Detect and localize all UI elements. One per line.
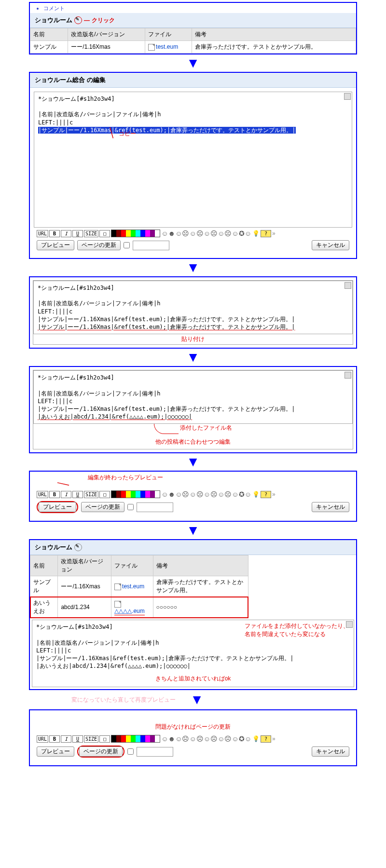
showroom-title: ショウルーム	[35, 543, 72, 552]
file-link[interactable]: test.eum	[122, 583, 144, 590]
repreview-annotation: 変になっていたら直して再度プレビュー	[71, 696, 176, 704]
edit-others-annotation: 他の投稿者に合わせつつ編集	[33, 434, 353, 449]
edit-icon[interactable]	[74, 16, 82, 24]
url-button[interactable]: URL	[37, 735, 48, 743]
col-note: 備考	[153, 556, 248, 576]
flow-arrow-icon: ▼	[29, 56, 357, 70]
size-button[interactable]: SIZE	[84, 491, 98, 498]
timestamp-checkbox[interactable]	[127, 748, 134, 755]
edited-line: |あいうえお|abcd/1.234|&ref(△△△△.eum);|○○○○○○…	[38, 413, 192, 420]
italic-button[interactable]: I	[61, 735, 71, 743]
timestamp-checkbox[interactable]	[124, 242, 130, 248]
pasted-line: |サンプル|ーー/1.16Xmas|&ref(test.eum);|倉庫弄っただ…	[38, 324, 295, 330]
cancel-button[interactable]: キャンセル	[312, 240, 349, 250]
more-icon[interactable]: »	[272, 491, 276, 498]
summary-input[interactable]	[137, 502, 173, 512]
comment-link[interactable]: コメント	[43, 5, 65, 11]
col-name: 名前	[30, 28, 68, 41]
timestamp-checkbox[interactable]	[127, 504, 134, 510]
editor-title: ショウルーム総合 の編集	[30, 73, 356, 88]
panel-editor-copy: ショウルーム総合 の編集 *ショウルーム[#s1h2o3w4] |名前|改造版名…	[29, 72, 357, 259]
emoji-row[interactable]: ☺☻☺☹☺☹☺☹☺☹☺✪☺	[161, 230, 251, 237]
edit-textarea[interactable]: *ショウルーム[#s1h2o3w4] |名前|改造版名/バージョン|ファイル|備…	[34, 92, 352, 228]
bold-button[interactable]: B	[49, 230, 60, 237]
attach-button[interactable]: □	[99, 230, 110, 237]
preview-button[interactable]: プレビュー	[37, 240, 74, 250]
bold-button[interactable]: B	[49, 491, 60, 498]
filemiss-annotation-1: ファイルをまだ添付していなかったり、	[245, 622, 349, 630]
update-button[interactable]: ページの更新	[79, 746, 123, 757]
scroll-handle-icon	[345, 372, 351, 379]
color-palette[interactable]	[111, 490, 160, 498]
col-version: 改造版名/バージョン	[58, 556, 111, 576]
preview-source[interactable]: ファイルをまだ添付していなかったり、 名前を間違えていたら変になる *ショウルー…	[32, 620, 354, 687]
italic-button[interactable]: I	[61, 230, 71, 237]
attach-button[interactable]: □	[99, 491, 110, 498]
color-palette[interactable]	[111, 735, 160, 743]
col-file: ファイル	[111, 556, 153, 576]
summary-input[interactable]	[133, 241, 169, 250]
file-link[interactable]: △△△△.eum	[114, 608, 145, 614]
showroom-table: 名前 改造版名/バージョン ファイル 備考 サンプル ーー/1.16Xmas t…	[30, 28, 356, 54]
italic-button[interactable]: I	[61, 491, 71, 498]
more-icon[interactable]: »	[272, 735, 276, 742]
showroom-header: ショウルーム ― クリック	[30, 13, 356, 28]
showroom-title: ショウルーム	[35, 16, 72, 25]
url-button[interactable]: URL	[37, 491, 48, 498]
more-icon[interactable]: »	[272, 230, 276, 237]
arrow-annotation: ―	[84, 17, 90, 24]
editor-toolbar: URL B I U SIZE □ ☺☻☺☹☺☹☺☹☺☹☺✪☺ 💡 ? »	[34, 228, 352, 239]
col-note: 備考	[192, 28, 356, 41]
lightbulb-icon: 💡	[252, 491, 260, 498]
underline-button[interactable]: U	[72, 735, 83, 743]
cancel-button[interactable]: キャンセル	[312, 502, 349, 512]
emoji-row[interactable]: ☺☻☺☹☺☹☺☹☺☹☺✪☺	[161, 490, 251, 498]
summary-input[interactable]	[137, 747, 173, 757]
cell-note: 倉庫弄っただけです。テストとかサンプル用。	[192, 41, 356, 54]
cancel-button[interactable]: キャンセル	[312, 746, 349, 757]
preview-highlight: プレビュー	[37, 501, 78, 513]
preview-button[interactable]: プレビュー	[37, 746, 74, 757]
copy-annotation-group: ＼ コピー	[107, 130, 136, 138]
flow-arrow-icon: ▼	[29, 455, 357, 469]
size-button[interactable]: SIZE	[84, 735, 98, 743]
update-highlight: ページの更新	[77, 746, 124, 758]
editor-buttons: プレビュー ページの更新 キャンセル	[34, 745, 352, 761]
flow-arrow-icon: ▼	[29, 524, 357, 537]
help-button[interactable]: ?	[261, 230, 271, 237]
attach-button[interactable]: □	[99, 735, 110, 743]
size-button[interactable]: SIZE	[84, 230, 98, 237]
file-icon	[114, 583, 121, 590]
bold-button[interactable]: B	[49, 735, 60, 743]
cell-name: サンプル	[30, 41, 68, 54]
editor-buttons: プレビュー ページの更新 キャンセル	[34, 239, 352, 254]
url-button[interactable]: URL	[37, 230, 48, 237]
flow-arrow-icon: ▼	[29, 261, 357, 274]
update-button[interactable]: ページの更新	[81, 502, 124, 512]
edit-icon[interactable]	[74, 543, 82, 551]
flow-arrow-icon: ▼	[29, 351, 357, 364]
edit-textarea[interactable]: *ショウルーム[#s1h2o3w4] |名前|改造版名/バージョン|ファイル|備…	[33, 281, 353, 334]
panel-editor-paste: *ショウルーム[#s1h2o3w4] |名前|改造版名/バージョン|ファイル|備…	[29, 276, 357, 349]
help-button[interactable]: ?	[261, 491, 271, 498]
help-button[interactable]: ?	[261, 735, 271, 743]
underline-button[interactable]: U	[72, 491, 83, 498]
selected-line: |サンプル|ーー/1.16Xmas|&ref(test.eum);|倉庫弄っただ…	[38, 127, 296, 134]
update-button[interactable]: ページの更新	[77, 240, 121, 250]
ok-annotation: きちんと追加されていればok	[155, 675, 231, 682]
color-palette[interactable]	[111, 230, 160, 237]
col-file: ファイル	[145, 28, 192, 41]
emoji-row[interactable]: ☺☻☺☹☺☹☺☹☺☹☺✪☺	[161, 735, 251, 743]
file-link[interactable]: test.eum	[156, 43, 178, 50]
preview-button[interactable]: プレビュー	[39, 502, 76, 512]
scroll-handle-icon	[345, 282, 351, 289]
attach-annotation: 添付したファイル名	[180, 424, 232, 431]
edit-textarea[interactable]: *ショウルーム[#s1h2o3w4] |名前|改造版名/バージョン|ファイル|備…	[33, 370, 353, 424]
underline-button[interactable]: U	[72, 230, 83, 237]
preview-annotation: 編集が終わったらプレビュー	[88, 474, 163, 481]
panel-editor-edit: *ショウルーム[#s1h2o3w4] |名前|改造版名/バージョン|ファイル|備…	[29, 366, 357, 453]
editor-toolbar: URL B I U SIZE □ ☺☻☺☹☺☹☺☹☺☹☺✪☺ 💡 ? »	[34, 488, 352, 500]
panel-toolbar-update: 問題がなければページの更新 URL B I U SIZE □ ☺☻☺☹☺☹☺☹☺…	[29, 709, 357, 766]
copy-annotation: コピー	[119, 130, 136, 137]
file-icon	[114, 601, 121, 608]
